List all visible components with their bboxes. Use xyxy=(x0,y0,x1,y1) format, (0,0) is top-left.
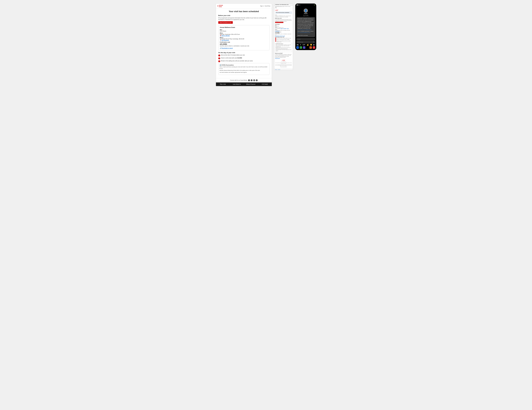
sms-reply-stop-text: Reply STOP to end texts. xyxy=(298,35,308,36)
covid-box: ℹ️ COVID-19 precautions Wear a mask at a… xyxy=(218,63,269,75)
cashapp-icon[interactable]: $ xyxy=(310,46,312,49)
email-reply-btn[interactable]: Reply xyxy=(275,69,277,70)
when-value: Saturday, September 16th at 09:10 am xyxy=(220,34,268,35)
get-directions-link[interactable]: 📍 Get Directions xyxy=(220,40,268,41)
email-calendar-label: Add to calendar xyxy=(275,28,280,29)
where-label: Where xyxy=(220,37,268,38)
confirmation-label: Confirmation code xyxy=(220,42,268,43)
email-logo-text: minute clinic xyxy=(276,9,278,11)
signin-link[interactable]: Sign in xyxy=(260,5,264,7)
youtube-icon[interactable]: ▶ xyxy=(253,79,255,81)
sms-link-1[interactable]: i.cvs.com/cnf/vm/mc/BR8CqVdYC xyxy=(298,29,312,30)
web-content: Your visit has been scheduled Before you… xyxy=(216,9,272,78)
facebook-icon[interactable]: f xyxy=(248,79,250,81)
sms-message-time: Text Message Today 2:49 PM xyxy=(296,15,316,16)
email-step-3: 3 Remain in the waiting area until your … xyxy=(275,40,292,43)
twitter-icon[interactable]: t xyxy=(251,79,253,81)
email-step-1: 1 Arrive at the clinic 15 minutes before… xyxy=(275,38,292,39)
google-app-icon[interactable]: G xyxy=(300,46,302,49)
email-actions: Reply Forward xyxy=(274,69,293,70)
info-icon: ℹ️ xyxy=(219,65,221,66)
music-icon[interactable]: ♪ xyxy=(313,46,315,49)
card-title: Annual Wellness Exam xyxy=(220,27,268,28)
sms-subject-placeholder: Subject xyxy=(297,39,301,40)
before-visit-heading: Before your visit xyxy=(218,15,269,16)
confirmation-code: 4ZL83B6 xyxy=(220,43,268,45)
web-header: ♥ minute clinic Sign in Enroll Now xyxy=(216,4,272,9)
text-format-icon[interactable]: A xyxy=(300,44,301,46)
email-directions-link[interactable]: Get Directions xyxy=(275,31,292,31)
camera-icon[interactable]: 📷 xyxy=(297,44,299,46)
link-icon: 🔗 xyxy=(220,47,221,49)
sms-app-icons: 🗺 G V Pay $ ♪ xyxy=(296,46,316,49)
appstore-icon[interactable]: ▶ xyxy=(314,44,315,46)
sms-subject-input[interactable]: Subject xyxy=(296,38,315,40)
email-forward-btn[interactable]: Forward xyxy=(278,69,280,70)
sms-contact-number: 646256 xyxy=(304,13,307,14)
footer-plan-visit[interactable]: Plan a Visit xyxy=(216,83,230,86)
add-calendar-link[interactable]: 📅 Add to calendar xyxy=(220,35,268,36)
covid-title: ℹ️ COVID-19 precautions xyxy=(219,65,268,66)
email-meta: minutecliniccare@cvs.com 2:49 PM (3 minu… xyxy=(274,6,293,9)
sms-avatar: 👤 xyxy=(304,9,308,13)
maps-app-icon[interactable]: 🗺 xyxy=(296,46,299,49)
footer-billing[interactable]: Billing & Payment xyxy=(244,83,258,86)
gif-icon[interactable]: GIF xyxy=(303,44,305,46)
linkedin-icon[interactable]: in xyxy=(256,79,258,81)
step-1: 1 Arrive at the clinic 15 minutes before… xyxy=(218,54,269,56)
web-logo: ♥ minute clinic xyxy=(217,5,223,7)
email-step-2: 2 Check in at the kiosk with code: 4ZL83… xyxy=(275,39,292,40)
email-panel: Confirmed: Your MinuteClinic Visit minut… xyxy=(274,3,293,71)
page-title: Your visit has been scheduled xyxy=(218,10,269,13)
covid-text-1: Wear a mask at all times covering your n… xyxy=(219,66,268,69)
sms-text-placeholder[interactable]: Text Message xyxy=(297,42,303,43)
sms-nav-bar: ‹ xyxy=(296,6,316,8)
web-nav: Sign in Enroll Now xyxy=(260,5,270,7)
footer-nav: Plan a Visit Learn About Us Billing & Pa… xyxy=(216,83,272,86)
battery-icon: 🔋 xyxy=(314,5,315,6)
wifi-icon: WiFi xyxy=(299,5,301,5)
sms-back-button[interactable]: ‹ xyxy=(297,6,297,8)
email-precheck-btn[interactable]: Start PreCheck-in now xyxy=(275,22,283,23)
email-yahoo-calendar[interactable]: Yahoo xyxy=(287,28,289,29)
email-header: Confirmed: Your MinuteClinic Visit xyxy=(274,4,293,6)
reschedule-link[interactable]: 🔗 Reschedule or cancel xyxy=(220,47,268,49)
email-office365-calendar[interactable]: Office365 xyxy=(283,28,286,29)
footer-learn-about-us[interactable]: Learn About Us xyxy=(230,83,244,86)
sms-code-text: Code: 4ZL83B6 Reschedule or cancel: xyxy=(298,31,314,32)
step-1-text: Arrive at the clinic 15 minutes before y… xyxy=(221,54,245,56)
confirmation-text: Use this code to check in, reschedule or… xyxy=(220,45,268,47)
sms-contact-area: 👤 646256 xyxy=(296,9,316,14)
signal-bars-icon: ▌▌▌ xyxy=(297,4,299,6)
step-2: 2 Check in at the kiosk with code 4ZL83B… xyxy=(218,57,269,59)
who-value: Kevin Boyko xyxy=(220,30,268,32)
emoji-icon[interactable]: 😊 xyxy=(310,44,312,46)
sms-text-input-row: Text Message 🎙 xyxy=(296,41,315,43)
who-label: Who xyxy=(220,29,268,30)
precheck-button[interactable]: Start PreCheck-in now xyxy=(218,21,233,24)
social-icons: f t ▶ in xyxy=(248,79,258,81)
cash-icon[interactable]: 💰 xyxy=(307,44,309,46)
sms-link-2[interactable]: i.cvs.com/cnf/mc/BR8Cq-VdYC xyxy=(298,32,311,33)
email-hero: Your visit has been scheduled xyxy=(275,11,292,14)
covid-text-2: Maintain physical distancing (6 feet) wh… xyxy=(219,70,268,71)
logo-heart-icon: ♥ xyxy=(217,5,218,7)
sms-message-text: MinuteClinic: Important! PreCheck-in is … xyxy=(298,18,314,29)
wellness-exam-card: Annual Wellness Exam Who Kevin Boyko Whe… xyxy=(218,25,269,50)
email-footer-heart-icon: ♥ xyxy=(282,60,283,61)
venmo-app-icon[interactable]: V xyxy=(303,46,305,49)
sms-status-bar: ▌▌▌ WiFi 🔋 xyxy=(296,4,316,6)
footer-cvs-health[interactable]: CVS Health xyxy=(258,83,272,86)
email-step-3-num: 3 xyxy=(275,40,276,42)
email-body: ♥ minute clinic Your visit has been sche… xyxy=(274,9,293,69)
email-survey: What do you think? Thanks for scheduling… xyxy=(275,52,292,59)
email-reschedule-link[interactable]: Reschedule or cancel your visit xyxy=(275,36,292,36)
applepay-icon[interactable]: Pay xyxy=(306,46,309,49)
email-survey-link[interactable]: Take the survey xyxy=(275,58,292,59)
day-of-visit-heading: On the day of your visit xyxy=(218,52,269,54)
enroll-link[interactable]: Enroll Now xyxy=(265,5,270,7)
email-before-visit: Before your visit Fill out paperwork and… xyxy=(275,18,292,23)
step-2-text: Check in at the kiosk with code 4ZL83B6 xyxy=(221,57,242,59)
covid-text-3: Use hand sanitizer and maintain appropri… xyxy=(219,72,268,73)
email-google-calendar[interactable]: Google xyxy=(280,28,283,29)
